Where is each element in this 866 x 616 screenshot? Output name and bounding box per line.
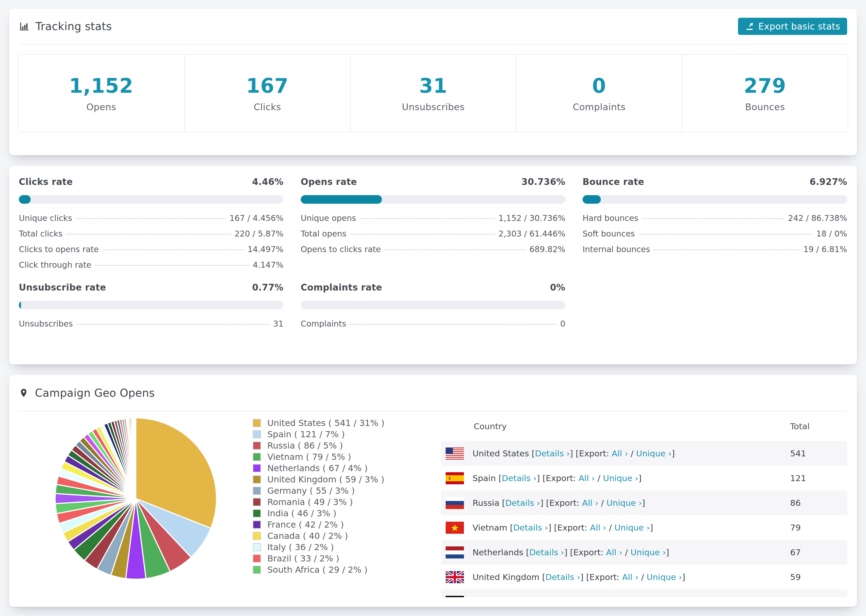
flag-de-icon <box>446 596 464 597</box>
legend-item: United States ( 541 / 31% ) <box>253 417 441 429</box>
summary-value: 31 <box>419 74 447 97</box>
stat-row: Unique clicks167 / 4.456% <box>19 214 283 229</box>
legend-label: Romania ( 49 / 3% ) <box>267 497 353 507</box>
details-link[interactable]: Details › <box>545 572 580 582</box>
legend-label: United States ( 541 / 31% ) <box>267 418 384 428</box>
map-pin-icon <box>19 388 28 398</box>
export-unique-link[interactable]: Unique › <box>614 523 650 533</box>
details-link[interactable]: Details › <box>505 498 540 508</box>
country-name: United States <box>472 449 529 458</box>
export-basic-stats-label: Export basic stats <box>759 21 840 32</box>
legend-label: Russia ( 86 / 5% ) <box>267 440 343 451</box>
legend-label: Netherlands ( 67 / 4% ) <box>267 463 368 473</box>
dotted-leader <box>360 218 495 219</box>
legend-label: Germany ( 55 / 3% ) <box>267 486 355 496</box>
rate-percentage: 6.927% <box>809 177 847 187</box>
export-unique-link[interactable]: Unique › <box>603 473 638 483</box>
country-name: Spain <box>472 473 496 483</box>
flag-gb-icon <box>446 571 464 583</box>
rate-header: Opens rate30.736% <box>301 177 565 187</box>
stat-label: Total clicks <box>19 229 62 238</box>
stat-row: Click through rate4.147% <box>19 260 283 276</box>
legend-swatch <box>253 464 261 472</box>
rates-card: Clicks rate4.46%Unique clicks167 / 4.456… <box>9 165 857 365</box>
tracking-stats-title: Tracking stats <box>36 20 112 33</box>
rate-detail-rows: Unsubscribes31 <box>19 319 283 335</box>
details-link[interactable]: Details › <box>513 523 548 533</box>
flag-vn-icon <box>446 522 464 534</box>
export-all-link[interactable]: All › <box>606 547 622 557</box>
flag-ru-icon <box>446 497 464 509</box>
progress-bar-fill <box>19 195 31 204</box>
export-all-link[interactable]: All › <box>612 449 628 458</box>
stat-row: Total clicks220 / 5.87% <box>19 229 283 245</box>
details-link[interactable]: Details › <box>529 547 564 557</box>
export-unique-link[interactable]: Unique › <box>630 547 666 557</box>
legend-swatch <box>253 453 261 461</box>
legend-item: Romania ( 49 / 3% ) <box>253 497 441 508</box>
rate-percentage: 0.77% <box>252 282 284 293</box>
stat-value: 0 <box>560 319 565 328</box>
dotted-leader <box>95 265 249 266</box>
stat-row: Unsubscribes31 <box>19 319 283 335</box>
country-row-line: Russia [Details ›] [Export: All › / Uniq… <box>441 497 790 509</box>
dotted-leader <box>66 234 231 235</box>
country-row-line: United States [Details ›] [Export: All ›… <box>441 448 790 460</box>
progress-bar-fill <box>19 301 21 310</box>
legend-item: Netherlands ( 67 / 4% ) <box>253 462 441 474</box>
legend-item: Russia ( 86 / 5% ) <box>253 440 441 451</box>
country-name: United Kingdom <box>472 572 540 582</box>
export-all-link[interactable]: All › <box>590 523 606 533</box>
summary-label: Unsubscribes <box>402 102 464 112</box>
dotted-leader <box>350 234 494 235</box>
export-all-link[interactable]: All › <box>578 473 595 483</box>
progress-bar-track <box>19 195 283 204</box>
stat-label: Complaints <box>301 319 346 328</box>
legend-swatch <box>253 532 261 540</box>
export-basic-stats-button[interactable]: Export basic stats <box>738 18 847 35</box>
progress-bar-track <box>301 195 565 204</box>
progress-bar-track <box>19 301 283 310</box>
rate-header: Unsubscribe rate0.77% <box>19 282 283 293</box>
geo-table-row: Russia [Details ›] [Export: All › / Uniq… <box>441 490 847 515</box>
export-unique-link[interactable]: Unique › <box>606 498 642 508</box>
legend-swatch <box>253 430 261 438</box>
rate-block: Clicks rate4.46%Unique clicks167 / 4.456… <box>19 177 283 276</box>
export-unique-link[interactable]: Unique › <box>647 572 682 582</box>
legend-swatch <box>253 520 261 529</box>
flag-us-icon <box>446 448 464 460</box>
legend-swatch <box>253 509 261 517</box>
rate-title: Complaints rate <box>301 282 382 293</box>
country-cell: Netherlands [Details ›] [Export: All › /… <box>441 540 790 565</box>
rate-detail-rows: Complaints0 <box>301 319 565 335</box>
rate-block: Bounce rate6.927%Hard bounces242 / 86.73… <box>583 177 847 276</box>
tracking-dashboard-page: Tracking stats Export basic stats 1,152O… <box>0 0 866 607</box>
stat-label: Hard bounces <box>583 214 638 223</box>
stat-value: 689.82% <box>529 245 565 254</box>
campaign-geo-opens-card: Campaign Geo Opens United States ( 541 /… <box>9 375 857 607</box>
stat-row: Complaints0 <box>301 319 565 335</box>
export-unique-link[interactable]: Unique › <box>636 449 672 458</box>
legend-swatch <box>253 475 261 484</box>
dotted-leader <box>350 324 556 325</box>
stat-row: Unique opens1,152 / 30.736% <box>301 214 565 229</box>
country-cell: Germany [Details ›] [Export: All › / Uni… <box>441 589 790 597</box>
export-all-link[interactable]: All › <box>622 572 638 582</box>
summary-stats-strip: 1,152Opens167Clicks31Unsubscribes0Compla… <box>18 54 848 132</box>
dotted-leader <box>102 250 244 250</box>
geo-table-row: Spain [Details ›] [Export: All › / Uniqu… <box>441 466 847 490</box>
stat-row: Clicks to opens rate14.497% <box>19 245 283 260</box>
stat-label: Unsubscribes <box>19 319 73 328</box>
country-cell: Vietnam [Details ›] [Export: All › / Uni… <box>441 515 790 540</box>
total-cell: 55 <box>790 589 847 597</box>
stat-label: Unique clicks <box>19 214 72 223</box>
stat-value: 18 / 0% <box>816 229 847 238</box>
rate-title: Bounce rate <box>583 177 644 187</box>
rate-title: Clicks rate <box>19 177 73 187</box>
geo-table: Country Total United States [Details ›] … <box>441 412 847 597</box>
details-link[interactable]: Details › <box>502 473 537 483</box>
export-all-link[interactable]: All › <box>582 498 598 508</box>
details-link[interactable]: Details › <box>535 449 570 458</box>
stat-value: 167 / 4.456% <box>230 214 283 223</box>
rate-header: Complaints rate0% <box>301 282 565 293</box>
